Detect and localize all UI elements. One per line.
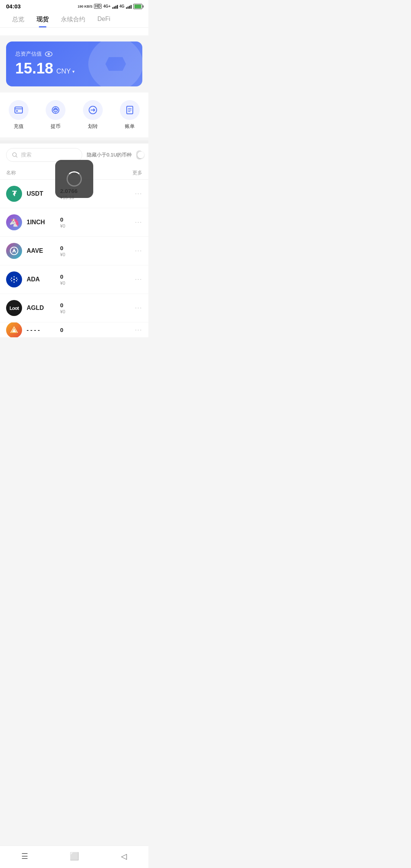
asset-label: 总资产估值: [15, 51, 133, 57]
coin-more-aave[interactable]: ···: [135, 247, 142, 254]
status-right: 190 KB/S HD 4G+ 4G: [78, 4, 142, 9]
coin-values-ada: 0 ¥0: [60, 273, 135, 286]
svg-point-9: [14, 276, 15, 278]
coin-avatar-agld: Loot: [6, 300, 22, 316]
action-buttons: 充值 提币 划转 账单: [0, 93, 148, 137]
status-bar: 04:03 190 KB/S HD 4G+ 4G: [0, 0, 148, 11]
svg-point-12: [16, 278, 17, 279]
search-icon: [12, 152, 18, 158]
statement-icon: [120, 100, 140, 120]
col-more: 更多: [132, 169, 142, 176]
coin-amount-1inch: 0: [60, 216, 135, 223]
tab-spot[interactable]: 现货: [30, 11, 55, 27]
network-4g: 4G: [119, 4, 124, 8]
coin-avatar-1inch: 🦄: [6, 214, 22, 230]
loading-spinner: [67, 171, 82, 187]
asset-currency[interactable]: CNY ▾: [56, 67, 75, 75]
asset-number: 15.18: [15, 61, 53, 76]
currency-dropdown-icon[interactable]: ▾: [72, 69, 75, 74]
coin-amount-agld: 0: [60, 302, 135, 308]
coin-item-aave[interactable]: AAVE 0 ¥0 ···: [0, 237, 148, 265]
coin-cny-ada: ¥0: [60, 281, 135, 286]
svg-point-15: [10, 279, 11, 280]
svg-point-13: [11, 280, 12, 281]
coin-avatar-usdt: ₮: [6, 186, 22, 202]
coin-name-algo: - - - -: [27, 327, 57, 333]
withdraw-icon: [46, 100, 65, 120]
coin-list: ₮ USDT 2.0766 ¥15.18 ··· 🦄 1INCH 0 ¥0 ··…: [0, 180, 148, 338]
statement-button[interactable]: 账单: [120, 100, 140, 130]
tab-perpetual[interactable]: 永续合约: [55, 11, 91, 27]
withdraw-button[interactable]: 提币: [46, 100, 65, 130]
transfer-label: 划转: [88, 123, 98, 130]
coin-cny-aave: ¥0: [60, 252, 135, 257]
coin-item-agld[interactable]: Loot AGLD 0 ¥0 ···: [0, 294, 148, 322]
coin-name-agld: AGLD: [27, 305, 57, 311]
coin-avatar-aave: [6, 243, 22, 259]
signal-icon-2: [126, 4, 132, 9]
network-type: 4G+: [103, 4, 110, 8]
coin-more-usdt[interactable]: ···: [135, 190, 142, 197]
svg-point-16: [17, 279, 18, 280]
svg-point-8: [13, 279, 15, 280]
transfer-button[interactable]: 划转: [83, 100, 103, 130]
coin-values-algo: 0: [60, 327, 135, 333]
hd-icon: HD: [94, 4, 102, 9]
hide-small-toggle[interactable]: [136, 150, 142, 160]
withdraw-label: 提币: [51, 123, 61, 130]
battery-icon: [133, 4, 142, 9]
coin-more-1inch[interactable]: ···: [135, 219, 142, 226]
col-name: 名称: [6, 169, 16, 176]
network-speed: 190 KB/S: [78, 5, 92, 8]
recharge-label: 充值: [14, 123, 24, 130]
eye-icon[interactable]: [45, 51, 53, 57]
recharge-icon: [9, 100, 29, 120]
coin-cny-1inch: ¥0: [60, 223, 135, 229]
coin-name-1inch: 1INCH: [27, 219, 57, 226]
statement-label: 账单: [125, 123, 135, 130]
coin-name-aave: AAVE: [27, 247, 57, 254]
status-time: 04:03: [6, 3, 21, 10]
coin-name-ada: ADA: [27, 276, 57, 283]
coin-amount-algo: 0: [60, 327, 135, 333]
coin-item-algo[interactable]: - - - - 0 ···: [0, 322, 148, 338]
coin-more-ada[interactable]: ···: [135, 276, 142, 283]
loading-overlay: [55, 160, 93, 198]
signal-icon: [112, 4, 118, 9]
tab-defi[interactable]: DeFi: [91, 11, 116, 27]
coin-more-algo[interactable]: ···: [135, 327, 142, 333]
coin-avatar-algo: [6, 322, 22, 338]
coin-cny-agld: ¥0: [60, 309, 135, 314]
svg-rect-1: [16, 110, 18, 112]
coin-more-agld[interactable]: ···: [135, 305, 142, 311]
svg-point-14: [16, 280, 17, 281]
svg-point-11: [11, 278, 12, 279]
svg-point-10: [14, 282, 15, 283]
coin-values-agld: 0 ¥0: [60, 302, 135, 314]
nav-tabs: 总览 现货 永续合约 DeFi: [0, 11, 148, 28]
coin-item-ada[interactable]: ADA 0 ¥0 ···: [0, 265, 148, 294]
section-divider: [0, 140, 148, 144]
coin-amount-aave: 0: [60, 245, 135, 251]
coin-values-aave: 0 ¥0: [60, 245, 135, 257]
transfer-icon: [83, 100, 103, 120]
filter-label: 隐藏小于0.1U的币种: [87, 152, 132, 158]
coin-name-usdt: USDT: [27, 190, 57, 197]
asset-card: 总资产估值 15.18 CNY ▾: [6, 41, 142, 86]
search-placeholder: 搜索: [21, 152, 32, 158]
tab-overview[interactable]: 总览: [6, 11, 30, 27]
coin-avatar-ada: [6, 271, 22, 287]
coin-amount-ada: 0: [60, 273, 135, 280]
recharge-button[interactable]: 充值: [9, 100, 29, 130]
svg-rect-0: [15, 107, 22, 113]
coin-item-1inch[interactable]: 🦄 1INCH 0 ¥0 ···: [0, 208, 148, 237]
coin-values-1inch: 0 ¥0: [60, 216, 135, 229]
card-bg-decoration: [81, 41, 142, 86]
